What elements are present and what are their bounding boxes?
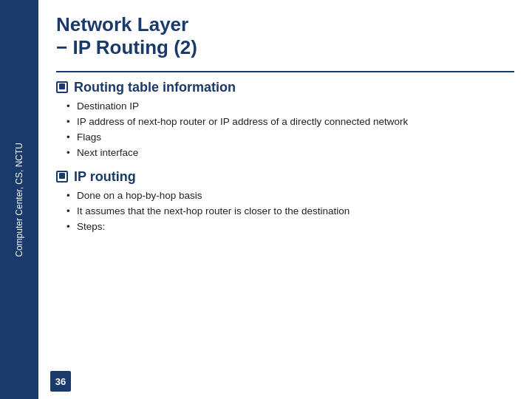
section-header-1: Routing table information [56,80,514,95]
section-routing-table: Routing table information Destination IP… [56,80,514,162]
list-item: IP address of next-hop router or IP addr… [77,115,514,129]
section-title-1: Routing table information [74,80,236,95]
section-title-2: IP routing [74,169,136,185]
list-item: Steps: [77,220,514,234]
list-item: Next interface [77,146,514,160]
sidebar-label: Computer Center, CS, NCTU [13,143,26,257]
section-header-2: IP routing [56,169,514,185]
list-item: Destination IP [77,100,514,114]
ip-routing-list: Done on a hop-by-hop basis It assumes th… [56,189,514,234]
sidebar: Computer Center, CS, NCTU [0,0,38,399]
main-content: Network Layer − IP Routing (2) Routing t… [38,0,532,399]
page-number: 36 [50,371,71,392]
list-item: Flags [77,131,514,145]
section-ip-routing: IP routing Done on a hop-by-hop basis It… [56,169,514,236]
checkbox-icon-2 [56,171,68,183]
title-line1: Network Layer [56,13,514,36]
title-line2: − IP Routing (2) [56,36,514,59]
title-divider [56,71,514,72]
routing-table-list: Destination IP IP address of next-hop ro… [56,100,514,160]
list-item: Done on a hop-by-hop basis [77,189,514,203]
checkbox-icon-1 [56,81,68,93]
title-block: Network Layer − IP Routing (2) [56,13,514,59]
list-item: It assumes that the next-hop router is c… [77,205,514,219]
